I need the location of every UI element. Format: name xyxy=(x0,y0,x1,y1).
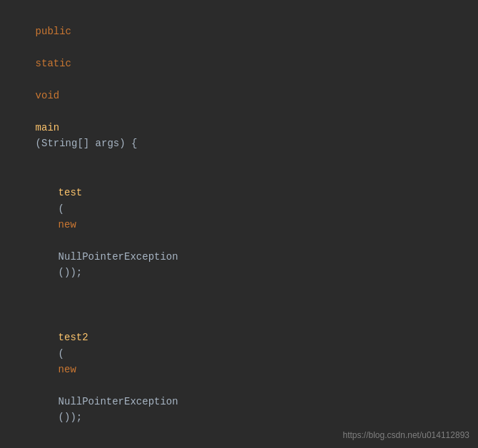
method-test2-call: test2 xyxy=(59,332,88,343)
code-line-2: test ( new NullPointerException ()); xyxy=(0,168,478,297)
method-main: main xyxy=(36,122,60,133)
footer-url: https://blog.csdn.net/u014112893 xyxy=(343,429,469,442)
code-line-4: } xyxy=(0,442,478,448)
keyword-new-2: new xyxy=(59,364,76,375)
code-line-3: test2 ( new NullPointerException ()); xyxy=(0,313,478,442)
keyword-public: public xyxy=(36,26,71,37)
code-editor: public static void main (String[] args) … xyxy=(0,0,478,448)
class-nullpointer-2: NullPointerException xyxy=(59,396,178,407)
class-nullpointer-1: NullPointerException xyxy=(59,251,178,263)
keyword-void: void xyxy=(36,90,60,101)
code-line-1: public static void main (String[] args) … xyxy=(0,7,478,168)
keyword-static: static xyxy=(36,58,71,69)
empty-1 xyxy=(0,297,478,313)
keyword-new: new xyxy=(59,219,76,230)
method-test-call: test xyxy=(59,187,83,198)
